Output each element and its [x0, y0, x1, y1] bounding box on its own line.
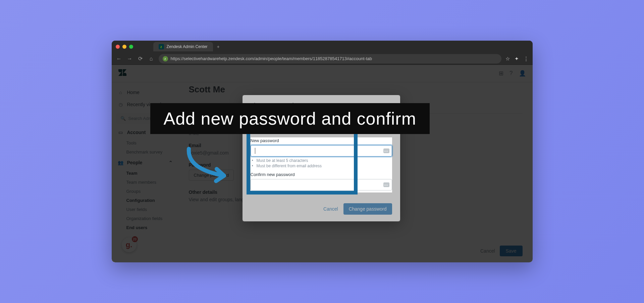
tutorial-arrow-icon — [184, 145, 241, 186]
confirm-password-label: Confirm new password — [251, 172, 392, 177]
requirement-item: Must be at least 5 characters — [257, 158, 392, 163]
extensions-icon[interactable]: ✦ — [515, 56, 519, 62]
url-text: https://selectivehardwarehelp.zendesk.co… — [171, 56, 372, 61]
confirm-password-group: Confirm new password ••• — [251, 172, 392, 190]
traffic-lights — [116, 45, 133, 49]
browser-tab[interactable]: z Zendesk Admin Center — [153, 42, 213, 51]
menu-icon[interactable]: ⋮ — [524, 56, 529, 62]
toolbar-actions: ☆ ✦ ⋮ — [505, 56, 529, 62]
zendesk-favicon-icon: z — [159, 44, 164, 49]
new-password-input[interactable] — [251, 145, 392, 157]
new-password-group: New password ••• Must be at least 5 char… — [251, 138, 392, 170]
instruction-banner: Add new password and confirm — [150, 103, 430, 134]
modal-footer: Cancel Change password — [243, 199, 400, 221]
confirm-password-input[interactable] — [251, 179, 392, 190]
back-button[interactable]: ← — [116, 56, 122, 62]
browser-titlebar: z Zendesk Admin Center + — [112, 41, 533, 53]
browser-toolbar: ← → ⟳ ⌂ z https://selectivehardwarehelp.… — [112, 53, 533, 65]
modal-cancel-button[interactable]: Cancel — [323, 206, 338, 212]
requirement-item: Must be different from email address — [257, 163, 392, 169]
reload-button[interactable]: ⟳ — [137, 55, 144, 62]
modal-submit-button[interactable]: Change password — [343, 203, 392, 215]
maximize-window-button[interactable] — [129, 45, 133, 49]
close-window-button[interactable] — [116, 45, 120, 49]
app-content: ⊞ ? 👤 ⌂ Home ◷ Recently viewed 🔍 Search … — [112, 65, 533, 262]
password-manager-icon[interactable]: ••• — [383, 148, 389, 153]
tab-title: Zendesk Admin Center — [167, 44, 208, 49]
forward-button[interactable]: → — [126, 56, 133, 62]
site-lock-icon: z — [163, 56, 168, 61]
minimize-window-button[interactable] — [122, 45, 126, 49]
bookmark-icon[interactable]: ☆ — [505, 56, 510, 62]
address-bar[interactable]: z https://selectivehardwarehelp.zendesk.… — [159, 54, 501, 63]
home-button[interactable]: ⌂ — [148, 56, 155, 62]
new-password-label: New password — [251, 138, 392, 143]
new-tab-button[interactable]: + — [217, 44, 220, 49]
browser-window: z Zendesk Admin Center + ← → ⟳ ⌂ z https… — [112, 41, 533, 262]
password-requirements: Must be at least 5 characters Must be di… — [251, 157, 392, 170]
password-manager-icon[interactable]: ••• — [383, 182, 389, 187]
